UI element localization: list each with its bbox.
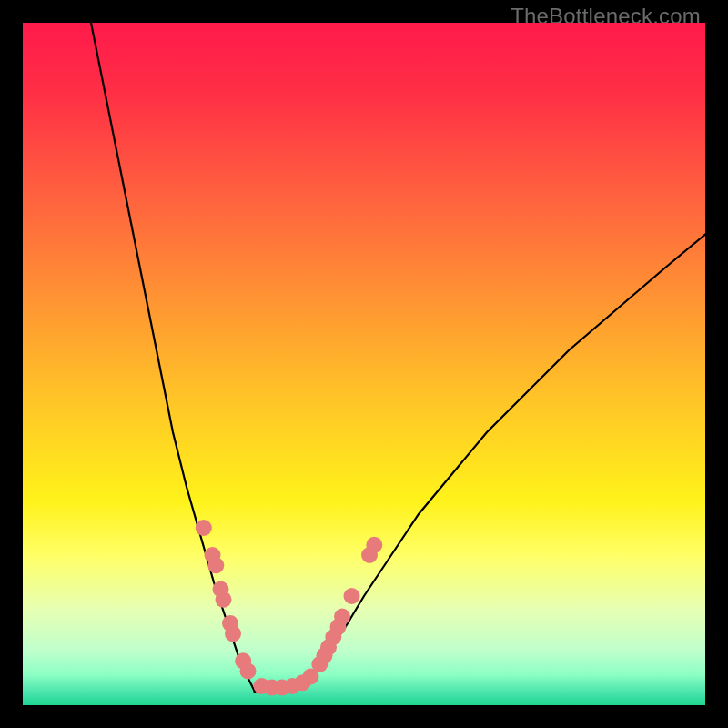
plot-area xyxy=(23,23,705,705)
background-gradient xyxy=(23,23,705,705)
svg-rect-0 xyxy=(23,23,705,705)
